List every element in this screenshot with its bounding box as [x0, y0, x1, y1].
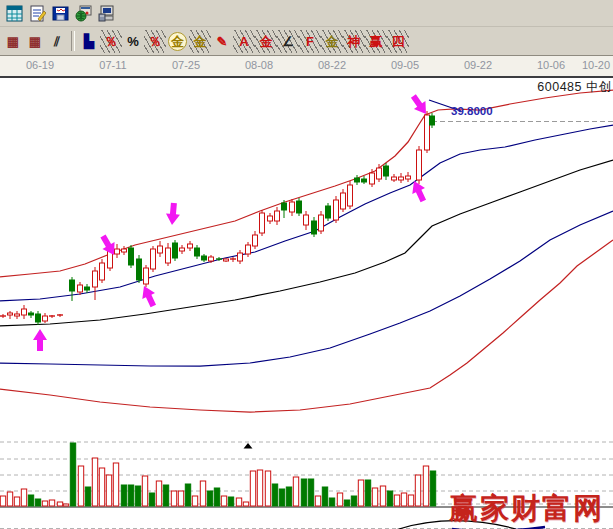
percent-tool[interactable]: % — [122, 30, 144, 53]
computer-transfer-icon[interactable] — [96, 3, 117, 24]
watermark-yingjia: 赢家财富网 — [449, 489, 604, 529]
volume-bar — [337, 493, 342, 506]
candle-body — [93, 271, 98, 287]
volume-bar — [99, 468, 104, 506]
globe-window-icon[interactable] — [73, 3, 94, 24]
candle-body — [282, 203, 287, 210]
angle-tool[interactable]: ∠ — [277, 30, 299, 53]
candle-body — [202, 256, 207, 260]
volume-bar — [315, 496, 320, 506]
candle-body — [22, 309, 27, 315]
candle-body — [348, 185, 353, 206]
volume-bar — [35, 499, 40, 506]
candle-body — [297, 201, 302, 213]
volume-bar — [401, 493, 406, 506]
gann-gold-angle-tool[interactable]: 金 — [321, 30, 343, 53]
annotation-arrow — [165, 202, 181, 225]
candle-body — [36, 314, 41, 322]
volume-bar — [106, 475, 111, 506]
volume-bar — [308, 479, 313, 506]
stock-code-name-label: 600485 中创 — [537, 79, 612, 96]
volume-bar — [128, 485, 133, 506]
candle-body — [253, 235, 258, 246]
candle-body — [304, 215, 309, 225]
toolbar-drawing-tools: ▦▦⫽▙％%％金金✎A金∠F金神赢四 — [0, 27, 613, 56]
wave-a-tool[interactable]: A — [233, 30, 255, 53]
candle-body — [158, 246, 163, 253]
board-table-icon[interactable] — [4, 3, 25, 24]
candle-body — [377, 168, 382, 179]
candle-body — [151, 249, 156, 269]
gann-ying-angle-tool[interactable]: 赢 — [365, 30, 387, 53]
volume-bar — [228, 497, 233, 506]
grid-axis-tool[interactable]: ▦ — [24, 30, 46, 53]
candle-body — [115, 249, 120, 254]
band-lower-red — [0, 240, 613, 412]
volume-bar — [7, 492, 12, 506]
percent-lines-tool[interactable]: ％ — [144, 30, 166, 53]
volume-bar — [85, 487, 90, 506]
kline-chart-tool[interactable]: ▙ — [78, 30, 100, 53]
volume-bar — [57, 502, 62, 506]
volume-bar — [358, 480, 363, 506]
volume-bar — [322, 487, 327, 506]
candle-body — [70, 280, 75, 291]
volume-bar — [0, 496, 5, 506]
volume-bar — [70, 443, 75, 506]
volume-bar — [178, 491, 183, 506]
volume-bar — [149, 493, 154, 506]
volume-bar — [365, 480, 370, 506]
volume-bar — [142, 476, 147, 506]
volume-bar — [372, 488, 377, 506]
price-marker-label: 39.8000 — [451, 105, 493, 117]
candle-body — [180, 248, 185, 251]
price-chart[interactable]: 600485 中创 39.8000 赢家财富网 — [0, 78, 613, 529]
volume-bar — [135, 486, 140, 506]
candle-body — [370, 173, 375, 184]
hatch-lines-tool[interactable]: ⫽ — [46, 30, 68, 53]
notepad-edit-icon[interactable] — [27, 3, 48, 24]
marker-pen-tool[interactable]: ✎ — [211, 30, 233, 53]
gann-f-angle-tool[interactable]: F — [299, 30, 321, 53]
volume-bar — [415, 475, 420, 506]
save-floppy-icon[interactable] — [50, 3, 71, 24]
volume-bar — [380, 486, 385, 506]
candle-body — [319, 215, 324, 231]
gann-shen-angle-tool[interactable]: 神 — [343, 30, 365, 53]
volume-bar — [185, 484, 190, 506]
chart-canvas[interactable] — [0, 78, 613, 529]
volume-bar — [156, 481, 161, 506]
candle-body — [100, 263, 105, 280]
axis-date: 09-22 — [458, 59, 498, 71]
percent-retrace-tool[interactable]: ％ — [100, 30, 122, 53]
volume-bar — [236, 498, 241, 506]
candle-body — [392, 177, 397, 180]
candle-body — [209, 257, 214, 261]
grid-tool[interactable]: ▦ — [2, 30, 24, 53]
band-upper-red — [0, 90, 613, 277]
volume-bar — [408, 495, 413, 506]
gold-lines-tool[interactable]: 金 — [189, 30, 211, 53]
toolbar-main — [0, 0, 613, 27]
axis-date: 07-25 — [166, 59, 206, 71]
volume-bar — [14, 497, 19, 506]
volume-bar — [279, 489, 284, 506]
axis-date: 08-22 — [312, 59, 352, 71]
gann-si-angle-tool[interactable]: 四 — [387, 30, 409, 53]
volume-bar — [221, 496, 226, 506]
volume-bar — [243, 502, 248, 506]
volume-bar — [301, 479, 306, 506]
candle-body — [188, 244, 193, 248]
volume-bar — [286, 487, 291, 506]
gold-coin-tool[interactable]: 金 — [168, 32, 187, 51]
candle-body — [144, 268, 149, 284]
axis-date: 06-19 — [20, 59, 60, 71]
gold-angle-tool[interactable]: 金 — [255, 30, 277, 53]
volume-bar — [113, 463, 118, 506]
volume-bar — [430, 471, 435, 506]
axis-date: 08-08 — [239, 59, 279, 71]
candle-body — [290, 202, 295, 212]
candle-body — [326, 206, 331, 218]
volume-bar — [250, 471, 255, 506]
toolbar-separator — [71, 31, 75, 51]
